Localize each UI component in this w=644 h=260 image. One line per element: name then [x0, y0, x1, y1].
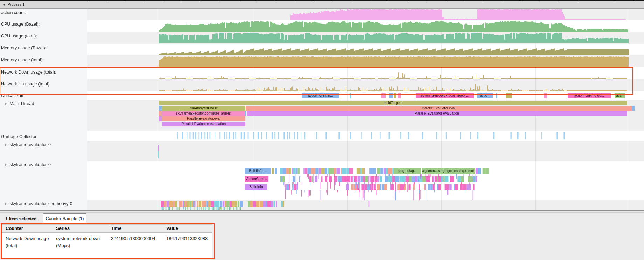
process-group-header[interactable]: ▾Process 1: [4, 2, 24, 6]
col-header-time: Time: [111, 226, 163, 231]
track-label-9[interactable]: Garbage Collector: [1, 134, 36, 139]
selection-status: 1 item selected.: [5, 217, 38, 221]
timeline-canvas[interactable]: [0, 0, 644, 210]
table-row[interactable]: Network Down usage (total) system networ…: [1, 233, 212, 258]
collapse-arrow-icon: ▾: [5, 102, 7, 106]
counter-sample-table: Counter Series Time Value Network Down u…: [1, 224, 212, 258]
track-label-4[interactable]: Memory usage (total):: [1, 57, 44, 62]
track-label-8[interactable]: ▾Main Thread: [5, 101, 34, 106]
col-header-series: Series: [56, 226, 108, 231]
track-label-11[interactable]: ▾skyframe-evaluator-0: [5, 162, 51, 167]
track-label-2[interactable]: CPU usage (total):: [1, 34, 37, 39]
collapse-arrow-icon: ▾: [5, 163, 7, 167]
collapse-arrow-icon: ▾: [5, 202, 7, 206]
track-label-0[interactable]: action count:: [1, 10, 26, 15]
track-label-7[interactable]: Critical Path: [1, 93, 24, 98]
table-header-row: Counter Series Time Value: [1, 224, 212, 233]
track-label-5[interactable]: Network Down usage (total):: [1, 70, 56, 75]
cell-series: system network down (Mbps): [56, 235, 108, 249]
details-panel: 1 item selected. Counter Sample (1) Coun…: [0, 213, 644, 260]
collapse-arrow-icon: ▾: [4, 3, 5, 6]
track-label-1[interactable]: CPU usage (Bazel):: [1, 22, 40, 27]
col-header-value: Value: [166, 226, 210, 231]
track-label-12[interactable]: ▾skyframe-evaluator-cpu-heavy-0: [5, 201, 72, 206]
cell-value: 184.1793113323983: [166, 235, 210, 242]
trace-viewer-window: ▾Process 1 action count:CPU usage (Bazel…: [0, 0, 644, 260]
col-header-counter: Counter: [6, 226, 55, 231]
track-label-10[interactable]: ▾skyframe-evaluator-0: [5, 142, 51, 147]
track-label-3[interactable]: Memory usage (Bazel):: [1, 46, 46, 50]
cell-counter: Network Down usage (total): [6, 235, 55, 249]
tab-counter-sample[interactable]: Counter Sample (1): [43, 213, 86, 223]
collapse-arrow-icon: ▾: [5, 143, 7, 147]
cell-time: 324190.51300000004: [111, 235, 163, 242]
panel-splitter[interactable]: [0, 210, 644, 213]
process-group-label: Process 1: [8, 2, 25, 6]
track-label-6[interactable]: Network Up usage (total):: [1, 82, 51, 87]
